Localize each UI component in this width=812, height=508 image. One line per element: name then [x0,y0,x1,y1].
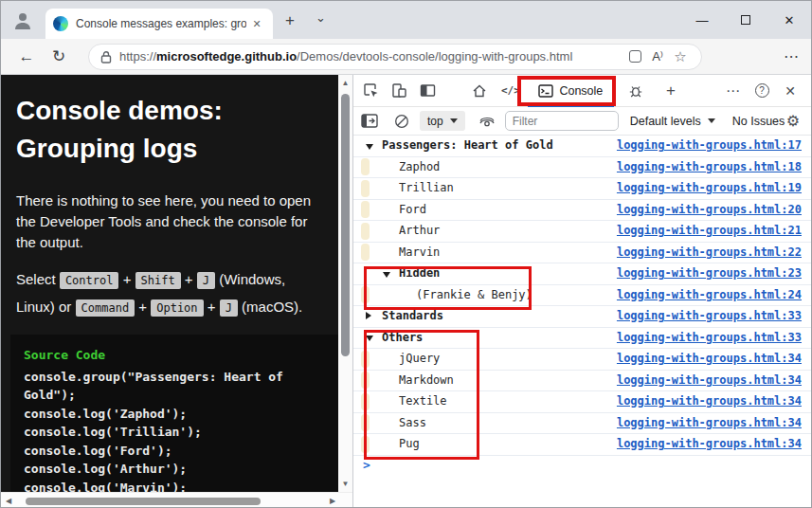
refresh-button[interactable]: ↻ [43,43,75,71]
group-toggle-icon[interactable] [366,144,373,150]
console-source-link[interactable]: logging-with-groups.html:24 [617,285,802,306]
tab-actions-menu-icon[interactable]: ⌄ [316,10,326,25]
source-code-line: console.log('Zaphod'); [24,405,338,424]
console-message-row[interactable]: (Frankie & Benjy) logging-with-groups.ht… [353,285,811,307]
horizontal-scroll-thumb[interactable] [26,498,261,505]
console-source-link[interactable]: logging-with-groups.html:22 [617,243,802,263]
console-source-link[interactable]: logging-with-groups.html:18 [617,157,802,178]
favorites-button[interactable]: ☆ [669,45,692,68]
console-message-row[interactable]: Pug logging-with-groups.html:34 [353,434,811,456]
page-horizontal-scrollbar[interactable]: ◀ ▶ [1,492,352,508]
devtools-help-button[interactable]: ? [748,79,776,103]
profile-icon [12,9,33,30]
source-code-line: console.log('Ford'); [24,442,338,461]
address-bar[interactable]: https://microsoftedge.github.io/Demos/de… [88,44,702,70]
url-scheme: https:// [119,49,156,64]
chevron-down-icon [450,118,458,123]
console-message-row[interactable]: Zaphod logging-with-groups.html:18 [353,157,811,179]
console-prompt-row[interactable]: > [353,456,811,477]
tab-strip: Console messages examples: gro ✕ + ⌄ — ✕ [1,1,811,39]
console-message-row[interactable]: Ford logging-with-groups.html:20 [353,200,811,222]
console-message-row[interactable]: Others logging-with-groups.html:33 [353,328,811,350]
inspect-element-button[interactable] [356,79,385,103]
console-message-row[interactable]: Arthur logging-with-groups.html:21 [353,221,811,243]
scroll-right-icon[interactable]: ▶ [330,497,335,505]
devtools-more-options-button[interactable]: ⋯ [719,79,748,103]
device-emulation-button[interactable] [385,79,413,103]
group-toggle-icon[interactable] [366,336,373,341]
group-child-marker [361,351,370,368]
console-source-link[interactable]: logging-with-groups.html:34 [617,371,802,391]
console-message-row[interactable]: Textile logging-with-groups.html:34 [353,391,811,413]
console-source-link[interactable]: logging-with-groups.html:33 [617,328,802,349]
console-source-link[interactable]: logging-with-groups.html:19 [617,178,802,199]
split-screen-button[interactable] [623,45,646,68]
device-emulation-icon [391,82,407,99]
console-message-text: Sass [399,413,426,434]
console-source-link[interactable]: logging-with-groups.html:17 [617,136,802,156]
group-toggle-icon[interactable] [366,312,371,319]
console-source-link[interactable]: logging-with-groups.html:34 [617,434,802,455]
console-message-row[interactable]: Markdown logging-with-groups.html:34 [353,371,811,392]
source-code-block: Source Code console.group("Passengers: H… [10,335,338,492]
console-message-row[interactable]: Passengers: Heart of Gold logging-with-g… [353,136,811,157]
url-host: microsoftedge.github.io [156,49,297,64]
group-toggle-icon[interactable] [383,272,390,278]
console-message-row[interactable]: Sass logging-with-groups.html:34 [353,413,811,435]
browser-settings-menu-button[interactable]: ⋯ [784,47,800,65]
console-message-row[interactable]: Standards logging-with-groups.html:33 [353,306,811,328]
source-code-lines: console.group("Passengers: Heart of Gold… [24,368,338,493]
console-filter-input[interactable] [505,111,619,131]
scroll-up-icon[interactable]: ▲ [338,79,352,87]
url-text: https://microsoftedge.github.io/Demos/de… [119,49,623,64]
dock-side-button[interactable] [413,79,442,103]
console-source-link[interactable]: logging-with-groups.html:21 [617,221,802,242]
browser-tab[interactable]: Console messages examples: gro ✕ [45,9,273,39]
group-child-marker [361,372,370,389]
console-source-link[interactable]: logging-with-groups.html:34 [617,413,802,434]
group-child-marker [361,414,370,431]
clear-console-button[interactable] [389,110,414,133]
console-message-text: Hidden [399,263,440,284]
console-settings-button[interactable]: ⚙ [786,112,800,130]
bug-icon [628,83,643,99]
issues-counter-button[interactable] [622,79,650,103]
console-source-link[interactable]: logging-with-groups.html:33 [617,306,802,327]
tab-welcome[interactable] [465,79,494,103]
vertical-scroll-thumb[interactable] [341,94,350,356]
profile-button[interactable] [9,7,37,33]
console-message-text: Arthur [399,221,440,242]
close-devtools-button[interactable]: ✕ [776,79,804,103]
read-aloud-button[interactable]: A) [646,45,669,68]
add-devtools-tab-button[interactable]: + [657,79,685,103]
page-content: Console demos: Grouping logs There is no… [1,75,338,492]
tab-elements[interactable]: </> [501,84,520,97]
back-button[interactable]: ← [10,43,43,71]
scroll-down-icon[interactable]: ▼ [338,480,352,488]
minimize-button[interactable]: — [680,1,724,39]
tab-close-icon[interactable]: ✕ [248,15,265,32]
maximize-button[interactable] [724,1,767,39]
console-message-row[interactable]: Hidden logging-with-groups.html:23 [353,263,811,285]
tab-console[interactable]: Console [526,75,616,107]
javascript-context-dropdown[interactable]: top [420,111,465,131]
new-tab-button[interactable]: + [285,12,295,28]
page-vertical-scrollbar[interactable]: ▲ ▼ [338,75,352,492]
console-sidebar-button[interactable] [357,110,382,133]
console-source-link[interactable]: logging-with-groups.html:34 [617,391,802,412]
issues-status[interactable]: No Issues [732,115,785,128]
group-child-marker [361,201,370,218]
console-message-row[interactable]: Marvin logging-with-groups.html:22 [353,243,811,264]
console-source-link[interactable]: logging-with-groups.html:23 [617,263,802,284]
console-message-row[interactable]: jQuery logging-with-groups.html:34 [353,349,811,371]
live-expression-button[interactable] [475,110,499,133]
devtools-panel: </> Console + ⋯ [352,75,811,508]
page-viewport: Console demos: Grouping logs There is no… [1,75,352,508]
console-source-link[interactable]: logging-with-groups.html:20 [617,200,802,221]
console-source-link[interactable]: logging-with-groups.html:34 [617,349,802,370]
console-message-row[interactable]: Trillian logging-with-groups.html:19 [353,178,811,200]
split-screen-icon [629,50,641,63]
log-levels-dropdown[interactable]: Default levels [630,115,715,128]
close-window-button[interactable]: ✕ [767,1,811,39]
scroll-left-icon[interactable]: ◀ [6,497,11,505]
